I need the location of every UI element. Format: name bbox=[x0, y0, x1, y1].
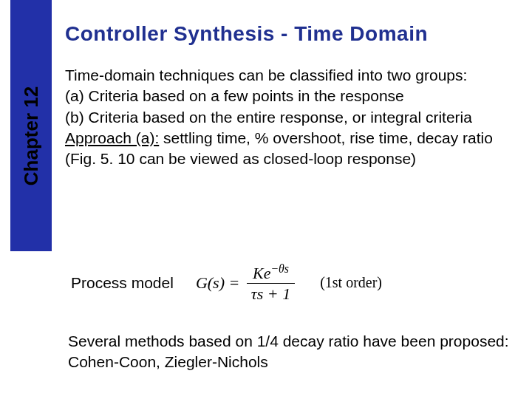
approach-label: Approach (a): bbox=[65, 129, 159, 146]
footer-text: Several methods based on 1/4 decay ratio… bbox=[68, 331, 511, 373]
body-text: Time-domain techniques can be classified… bbox=[65, 65, 516, 170]
criteria-b: (b) Criteria based on the entire respons… bbox=[65, 109, 472, 126]
formula-numerator: Ke−θs bbox=[247, 263, 295, 284]
transfer-function-formula: G(s) = Ke−θs τs + 1 bbox=[196, 263, 298, 303]
formula-denominator: τs + 1 bbox=[247, 284, 295, 302]
formula-fraction: Ke−θs τs + 1 bbox=[247, 263, 295, 303]
formula-lhs: G(s) = bbox=[196, 273, 239, 292]
chapter-sidebar: Chapter 12 bbox=[10, 0, 52, 251]
slide-title: Controller Synthesis - Time Domain bbox=[65, 22, 428, 46]
process-model-label: Process model bbox=[71, 274, 174, 292]
process-row: Process model G(s) = Ke−θs τs + 1 (1st o… bbox=[71, 263, 382, 303]
order-note: (1st order) bbox=[320, 274, 382, 291]
chapter-label: Chapter 12 bbox=[20, 86, 43, 185]
criteria-a: (a) Criteria based on a few points in th… bbox=[65, 87, 404, 104]
intro-line: Time-domain techniques can be classified… bbox=[65, 66, 467, 83]
